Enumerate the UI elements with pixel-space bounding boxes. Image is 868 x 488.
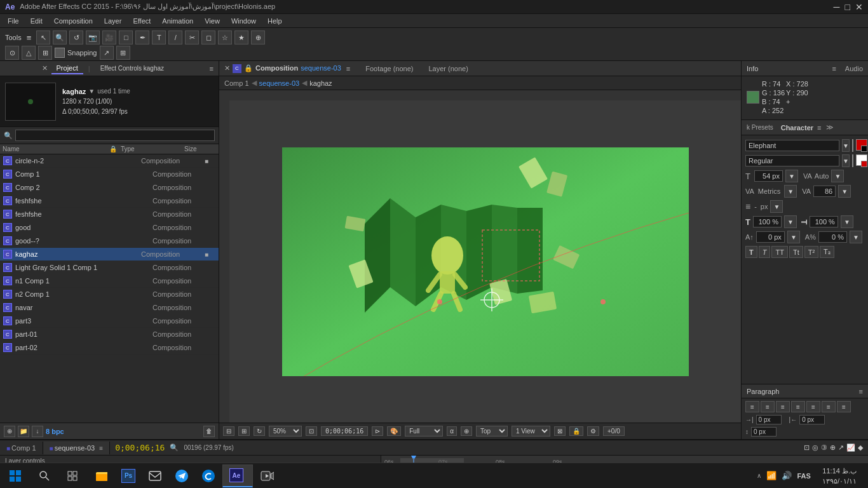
- panel-menu-icon[interactable]: ≡: [210, 65, 214, 72]
- font-style-input[interactable]: [745, 155, 839, 166]
- volume-icon[interactable]: 🔊: [782, 471, 792, 480]
- snap-btn1[interactable]: ↗: [100, 46, 114, 60]
- bpc-label[interactable]: 8 bpc: [46, 428, 64, 435]
- comp-canvas[interactable]: [282, 147, 689, 376]
- panel-close-btn[interactable]: ✕: [42, 64, 48, 72]
- 3d-btn[interactable]: ③: [821, 444, 827, 452]
- char-expand[interactable]: ≫: [826, 123, 834, 132]
- graph-btn[interactable]: 📈: [846, 444, 855, 452]
- zoom-tool[interactable]: 🔍: [53, 30, 67, 44]
- italic-btn[interactable]: T: [759, 246, 771, 258]
- close-button[interactable]: ✕: [855, 2, 863, 12]
- task-view-btn[interactable]: [58, 463, 86, 489]
- email-btn[interactable]: [142, 463, 168, 489]
- menu-layer[interactable]: Layer: [99, 16, 127, 26]
- camera-tool[interactable]: 📷: [86, 30, 100, 44]
- info-menu[interactable]: ≡: [832, 65, 836, 72]
- justify-all-btn[interactable]: ≡: [837, 401, 851, 412]
- comp-lock-icon[interactable]: 🔒: [244, 64, 253, 73]
- video-editor-btn[interactable]: [254, 463, 280, 489]
- ts-v-input[interactable]: [810, 216, 838, 227]
- font-color-swatch[interactable]: [852, 139, 853, 152]
- list-item-kaghaz[interactable]: C kaghaz Composition ■: [0, 248, 219, 261]
- list-item[interactable]: C feshfshe Composition: [0, 194, 219, 208]
- region-btn[interactable]: ⊟: [223, 426, 234, 436]
- list-item[interactable]: C circle-n-2 Composition ■: [0, 154, 219, 168]
- expand-tray-btn[interactable]: ∧: [757, 472, 761, 479]
- channel-btn[interactable]: ⊕: [461, 426, 472, 436]
- kerning-val-dropdown[interactable]: ▼: [838, 185, 851, 198]
- taskbar-datetime[interactable]: 11:14 ب.ظ ۱۳۹۵/۰۱/۱۱: [816, 466, 863, 486]
- lock-btn[interactable]: 🔒: [569, 426, 583, 436]
- justify-center-btn[interactable]: ≡: [806, 401, 820, 412]
- settings-btn[interactable]: ⚙: [587, 426, 599, 436]
- file-explorer-btn[interactable]: [89, 463, 114, 489]
- style-picker-btn[interactable]: ▼: [842, 154, 850, 167]
- font-color-btn[interactable]: [856, 139, 867, 152]
- refresh-btn[interactable]: ↻: [254, 426, 265, 436]
- leading-dropdown[interactable]: ▼: [770, 200, 783, 213]
- allcaps-btn[interactable]: TT: [771, 246, 787, 258]
- align-left-btn[interactable]: ≡: [745, 401, 759, 412]
- brush-tool[interactable]: /: [168, 30, 182, 44]
- justify-left-btn[interactable]: ≡: [791, 401, 805, 412]
- maximize-button[interactable]: □: [845, 2, 850, 12]
- search-input[interactable]: [15, 130, 215, 141]
- tl-tab-comp1[interactable]: ■Comp 1: [0, 442, 43, 454]
- kerning-val-input[interactable]: [813, 186, 836, 197]
- puppet-tool[interactable]: ☆: [218, 30, 232, 44]
- skew-dropdown[interactable]: ▼: [850, 231, 862, 243]
- font-size-input[interactable]: [754, 170, 783, 182]
- bold-btn[interactable]: T: [745, 246, 757, 258]
- alpha-btn[interactable]: α: [447, 426, 457, 436]
- quality-dropdown[interactable]: Full Half Quarter: [405, 426, 443, 437]
- indent2-input[interactable]: [799, 415, 825, 424]
- list-item[interactable]: C part-02 Composition: [0, 341, 219, 355]
- preview-dropdown[interactable]: ▼: [88, 86, 95, 97]
- zoom-dropdown[interactable]: 50% 100% 25%: [269, 426, 302, 437]
- ts-h-input[interactable]: [753, 216, 782, 227]
- minimize-button[interactable]: ─: [834, 2, 840, 12]
- plus-btn[interactable]: +0/0: [603, 426, 625, 436]
- char-menu[interactable]: ≡: [817, 124, 821, 132]
- pen-tool[interactable]: ✒: [135, 30, 149, 44]
- search-taskbar-btn[interactable]: [31, 463, 58, 489]
- menu-help[interactable]: Help: [262, 16, 287, 26]
- search-timeline-btn[interactable]: 🔍: [170, 444, 179, 452]
- keyframe-btn[interactable]: ◆: [858, 444, 863, 452]
- snap-btn2[interactable]: ⊞: [116, 46, 130, 60]
- lang-indicator[interactable]: FAS: [797, 472, 810, 480]
- list-item[interactable]: C part3 Composition: [0, 315, 219, 328]
- baseline-dropdown[interactable]: ▼: [787, 231, 800, 243]
- align-center-btn[interactable]: ≡: [761, 401, 775, 412]
- menu-view[interactable]: View: [200, 16, 225, 26]
- list-item-lgsc[interactable]: C Light Gray Solid 1 Comp 1 Composition: [0, 261, 219, 274]
- flow-btn[interactable]: ⊳: [372, 426, 383, 436]
- timeline-timecode[interactable]: 0;00;06;16: [115, 443, 165, 452]
- text-tool[interactable]: T: [152, 30, 166, 44]
- list-item[interactable]: C Comp 2 Composition: [0, 181, 219, 194]
- delete-btn[interactable]: 🗑: [203, 426, 215, 437]
- comp1-breadcrumb[interactable]: Comp 1: [224, 79, 249, 87]
- font-size-dropdown[interactable]: ▼: [785, 170, 798, 182]
- seq-breadcrumb[interactable]: sequense-03: [259, 79, 300, 87]
- sub-btn[interactable]: T₂: [820, 246, 834, 258]
- color-btn[interactable]: 🎨: [387, 426, 401, 436]
- network-icon[interactable]: 📶: [766, 471, 776, 480]
- clone-tool[interactable]: ✂: [185, 30, 199, 44]
- motion-blur-btn[interactable]: ◎: [812, 444, 818, 452]
- menu-animation[interactable]: Animation: [157, 16, 198, 26]
- kerning-dropdown[interactable]: ▼: [784, 185, 797, 198]
- rotation-tool[interactable]: ↺: [69, 30, 83, 44]
- select-tool[interactable]: ↖: [36, 30, 50, 44]
- view-dropdown[interactable]: Top Front Left: [476, 426, 508, 437]
- snapping-checkbox[interactable]: [55, 48, 65, 58]
- menu-window[interactable]: Window: [226, 16, 261, 26]
- tab-effect-controls[interactable]: Effect Controls kaghaz: [95, 64, 169, 73]
- grid-btn[interactable]: ⊞: [238, 426, 250, 436]
- font-picker-btn[interactable]: ▼: [842, 139, 850, 152]
- photoshop-btn[interactable]: Ps: [116, 463, 141, 489]
- super-btn[interactable]: T²: [804, 246, 818, 258]
- render-btn[interactable]: ⊕: [830, 444, 836, 452]
- new-folder-btn[interactable]: 📁: [18, 426, 29, 437]
